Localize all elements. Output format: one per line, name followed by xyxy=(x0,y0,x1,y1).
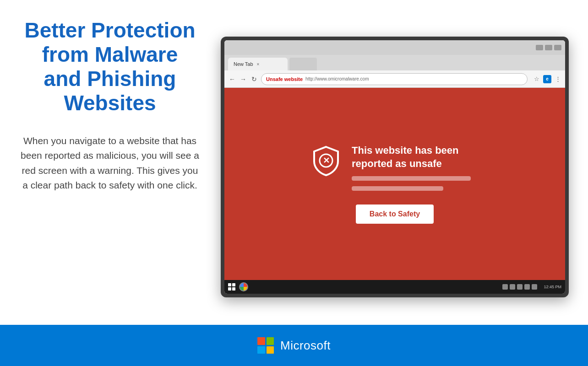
start-sq-3 xyxy=(228,287,231,291)
browser-tabs: New Tab × xyxy=(224,55,565,70)
headline-line1: Better Protection xyxy=(24,18,195,42)
microsoft-name: Microsoft xyxy=(280,339,331,353)
browser-titlebar xyxy=(224,40,565,55)
address-bar[interactable]: Unsafe website http://www.omicromalware.… xyxy=(261,73,528,85)
warning-line-1 xyxy=(352,176,471,181)
url-text: http://www.omicromalware.com xyxy=(305,76,369,81)
svg-text:✕: ✕ xyxy=(323,156,330,165)
unsafe-label: Unsafe website xyxy=(266,76,303,82)
taskbar: 12:45 PM xyxy=(224,280,565,294)
sys-tray-icon-1 xyxy=(502,284,508,290)
back-button[interactable]: ← xyxy=(228,75,236,83)
content-area: Better Protection from Malware and Phish… xyxy=(0,0,588,325)
headline-line2: from Malware xyxy=(42,43,178,66)
star-icon[interactable]: ☆ xyxy=(533,75,540,83)
laptop-screen: New Tab × ← → ↻ Unsafe website xyxy=(224,40,565,294)
tab-label: New Tab xyxy=(234,61,253,67)
ms-logo-green xyxy=(267,337,274,345)
warning-text-block: This website has been reported as unsafe xyxy=(352,144,480,190)
tab-extra xyxy=(289,58,317,70)
back-to-safety-button[interactable]: Back to Safety xyxy=(356,205,434,224)
shield-icon: ✕ xyxy=(310,144,343,177)
ms-logo-blue xyxy=(257,346,265,354)
browser-chrome: New Tab × ← → ↻ Unsafe website xyxy=(224,40,565,88)
sys-tray-icon-4 xyxy=(524,284,530,290)
warning-top-row: ✕ This website has been reported as unsa… xyxy=(310,144,480,190)
minimize-btn[interactable] xyxy=(536,45,543,50)
tab-close-icon[interactable]: × xyxy=(257,62,260,67)
start-button[interactable] xyxy=(228,283,235,291)
left-panel: Better Protection from Malware and Phish… xyxy=(18,18,211,316)
warning-page: ✕ This website has been reported as unsa… xyxy=(224,88,565,280)
headline-line4: Websites xyxy=(64,91,156,115)
start-sq-4 xyxy=(232,287,235,291)
forward-button[interactable]: → xyxy=(239,75,247,83)
microsoft-logo xyxy=(257,337,274,354)
browser-addressbar: ← → ↻ Unsafe website http://www.omicroma… xyxy=(224,70,565,88)
warning-title: This website has been reported as unsafe xyxy=(352,144,480,170)
laptop-mockup: New Tab × ← → ↻ Unsafe website xyxy=(221,37,569,297)
sys-tray-icon-2 xyxy=(510,284,515,290)
close-btn[interactable] xyxy=(554,45,561,50)
right-panel: New Tab × ← → ↻ Unsafe website xyxy=(211,18,574,316)
headline-line3: and Phishing xyxy=(44,67,176,91)
footer: Microsoft xyxy=(0,325,588,366)
menu-icon[interactable]: ⋮ xyxy=(554,75,561,83)
page-container: Better Protection from Malware and Phish… xyxy=(0,0,588,366)
headline: Better Protection from Malware and Phish… xyxy=(18,18,201,115)
address-icons: ☆ e ⋮ xyxy=(533,75,561,83)
warning-content: ✕ This website has been reported as unsa… xyxy=(310,144,480,223)
refresh-button[interactable]: ↻ xyxy=(250,75,258,83)
body-text: When you navigate to a website that has … xyxy=(18,134,201,193)
start-sq-2 xyxy=(232,283,235,286)
taskbar-sys-icons xyxy=(502,284,537,290)
ms-logo-yellow xyxy=(267,346,274,354)
sys-tray-icon-3 xyxy=(517,284,523,290)
taskbar-time: 12:45 PM xyxy=(544,285,561,289)
ms-logo-red xyxy=(257,337,265,345)
warning-line-2 xyxy=(352,186,443,191)
start-sq-1 xyxy=(228,283,231,286)
edge-icon: e xyxy=(543,75,551,83)
maximize-btn[interactable] xyxy=(545,45,552,50)
browser-tab-newtab[interactable]: New Tab × xyxy=(228,58,288,70)
sys-tray-icon-5 xyxy=(532,284,537,290)
chrome-taskbar-icon[interactable] xyxy=(239,282,248,291)
